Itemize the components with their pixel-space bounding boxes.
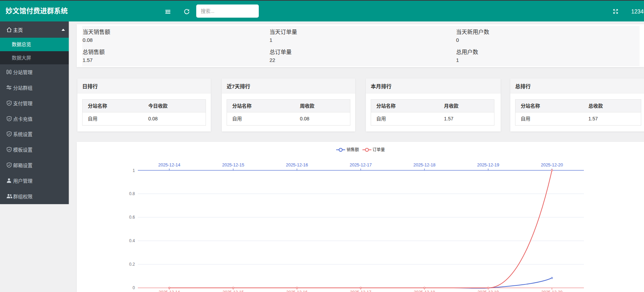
svg-text:0.6: 0.6 <box>129 215 135 220</box>
svg-text:2025-12-15: 2025-12-15 <box>222 163 244 167</box>
svg-text:0.8: 0.8 <box>129 191 135 196</box>
svg-text:2025-12-17: 2025-12-17 <box>350 290 371 292</box>
svg-text:2025-12-18: 2025-12-18 <box>414 290 435 292</box>
svg-text:2025-12-20: 2025-12-20 <box>541 290 563 292</box>
svg-text:2025-12-19: 2025-12-19 <box>477 163 499 167</box>
svg-text:0: 0 <box>133 285 135 290</box>
svg-text:2025-12-15: 2025-12-15 <box>222 290 244 292</box>
svg-text:销售额: 销售额 <box>347 147 359 152</box>
svg-text:订单量: 订单量 <box>372 147 385 152</box>
svg-text:2025-12-17: 2025-12-17 <box>350 163 372 167</box>
svg-text:2025-12-14: 2025-12-14 <box>158 163 180 167</box>
svg-text:2025-12-16: 2025-12-16 <box>286 163 308 167</box>
svg-text:2025-12-19: 2025-12-19 <box>477 290 499 292</box>
svg-text:2025-12-20: 2025-12-20 <box>541 163 563 167</box>
svg-text:2025-12-18: 2025-12-18 <box>414 163 436 167</box>
svg-text:1: 1 <box>133 168 135 173</box>
svg-text:2025-12-14: 2025-12-14 <box>159 290 180 292</box>
svg-text:0.4: 0.4 <box>129 238 135 243</box>
svg-text:0.2: 0.2 <box>129 262 135 267</box>
svg-text:2025-12-16: 2025-12-16 <box>286 290 308 292</box>
